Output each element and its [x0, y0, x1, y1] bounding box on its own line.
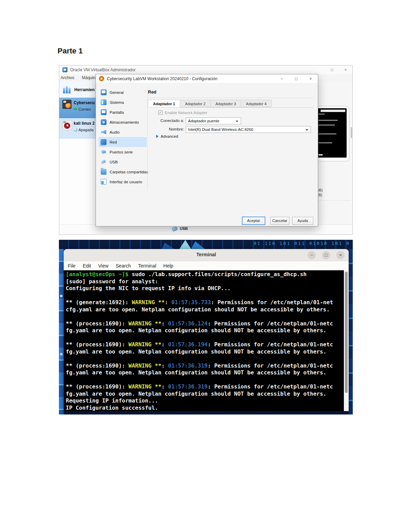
category-label: Carpetas compartidas: [110, 170, 148, 174]
advanced-label: Advanced: [161, 134, 178, 138]
vm-status: Apagada: [74, 128, 94, 132]
usb-icon: [172, 226, 178, 232]
terminal-line: ** (process:1690): WARNING **: 01:57:36.…: [66, 362, 344, 370]
terminal-line: Configuring the NIC to request IP info v…: [66, 285, 344, 292]
terminal-line: fg.yaml are too open. Netplan configurat…: [66, 327, 344, 334]
gear-icon: [99, 76, 104, 81]
user-interface-icon: [101, 179, 107, 185]
adapter-name-select[interactable]: Intel(R) Dual Band Wireless-AC 8260: [186, 126, 311, 133]
attached-to-select[interactable]: Adaptador puente: [186, 117, 241, 124]
virtualbox-window-title: Oracle VM VirtualBox Administrador: [70, 67, 136, 72]
settings-category-puertos-serie[interactable]: Puertos serie: [99, 147, 147, 157]
category-label: Puertos serie: [110, 150, 133, 154]
settings-category-red[interactable]: Red: [99, 137, 147, 147]
terminal-line: [analyst@secOps ~]$ sudo ./lab.support.f…: [66, 271, 344, 278]
category-label: Sistema: [110, 100, 124, 104]
adapter-name-label: Nombre:: [148, 127, 184, 131]
kali-vm-icon: [62, 120, 72, 130]
terminal-text-segment: fg.yaml are too open. Netplan configurat…: [66, 327, 326, 334]
terminal-text-segment: :: [161, 341, 168, 348]
terminal-text-segment: sudo ./lab.support.files/scripts/configu…: [128, 271, 307, 277]
terminal-text-segment: fg.yaml are too open. Netplan configurat…: [66, 391, 326, 397]
terminal-menu-search[interactable]: Search: [116, 261, 131, 270]
close-icon[interactable]: ×: [339, 65, 352, 74]
terminal-text-segment: ** (process:1690):: [66, 383, 128, 390]
maximize-icon[interactable]: □: [289, 74, 303, 83]
close-icon[interactable]: ×: [336, 251, 345, 259]
terminal-output: [analyst@secOps ~]$ sudo ./lab.support.f…: [64, 270, 344, 411]
settings-category-pantalla[interactable]: Pantalla: [99, 107, 147, 117]
usb-section-label: USB: [180, 226, 188, 231]
details-scrollbar[interactable]: [351, 127, 352, 138]
terminal-window: Terminal − □ × FileEditViewSearchTermina…: [64, 249, 349, 411]
terminal-line: [66, 313, 344, 320]
virtualbox-logo-icon: [62, 67, 67, 72]
attached-to-label: Conectado a:: [148, 119, 184, 123]
terminal-text-segment: ** (generate:1692):: [66, 299, 132, 306]
terminal-line: ** (process:1690): WARNING **: 01:57:36.…: [66, 341, 344, 348]
general-icon: [101, 89, 107, 95]
terminal-menu-edit[interactable]: Edit: [83, 261, 91, 270]
minimize-icon[interactable]: −: [275, 74, 289, 83]
storage-icon: [101, 119, 107, 125]
tab-adaptador-2[interactable]: Adaptador 2: [180, 100, 211, 107]
terminal-menu-file[interactable]: File: [68, 261, 76, 270]
category-label: Interfaz de usuario: [110, 180, 142, 184]
wallpaper-dot: [60, 353, 63, 356]
terminal-text-segment: Requesting IP information...: [66, 397, 158, 404]
maximize-icon[interactable]: □: [325, 65, 339, 74]
scrollbar-thumb[interactable]: [345, 272, 348, 393]
terminal-text-segment: 01:57:36.124: [168, 320, 208, 327]
terminal-text-segment: :: [165, 299, 171, 306]
virtualbox-titlebar[interactable]: Oracle VM VirtualBox Administrador □ ×: [59, 65, 352, 75]
terminal-text-segment: ** (process:1690):: [66, 320, 128, 327]
terminal-text-segment: WARNING **: [128, 362, 161, 369]
terminal-menu-help[interactable]: Help: [163, 261, 173, 270]
settings-dialog-titlebar[interactable]: Cybersecurity LabVM Workstation 20240210…: [96, 74, 318, 84]
settings-category-general[interactable]: General: [99, 87, 147, 97]
category-label: Red: [110, 140, 117, 144]
terminal-menubar: FileEditViewSearchTerminalHelp: [64, 261, 349, 271]
tab-adaptador-4[interactable]: Adaptador 4: [241, 100, 272, 107]
terminal-titlebar[interactable]: Terminal − □ ×: [64, 249, 349, 262]
close-icon[interactable]: ×: [303, 74, 318, 83]
settings-dialog: Cybersecurity LabVM Workstation 20240210…: [96, 74, 318, 226]
tab-adaptador-1[interactable]: Adaptador 1: [148, 100, 180, 107]
tabline: [148, 107, 313, 108]
terminal-menu-view[interactable]: View: [98, 261, 109, 270]
category-label: Audio: [110, 130, 120, 134]
settings-category-almacenamiento[interactable]: Almacenamiento: [99, 117, 147, 127]
terminal-text-segment: Configuring the NIC to request IP info v…: [66, 285, 231, 292]
category-label: General: [110, 90, 124, 95]
cancelar-button[interactable]: Cancelar: [270, 217, 289, 225]
menubar-item-archivo[interactable]: Archivo: [59, 74, 76, 81]
category-list-divider: [147, 87, 148, 190]
settings-category-usb[interactable]: USB: [99, 157, 147, 167]
terminal-scrollbar[interactable]: [344, 270, 349, 411]
sidebar-item-tools[interactable]: Herramien: [59, 82, 96, 98]
enable-network-adapter-checkbox[interactable]: ✓: [158, 110, 163, 115]
tab-adaptador-3[interactable]: Adaptador 3: [211, 100, 241, 107]
settings-category-audio[interactable]: Audio: [99, 127, 147, 137]
settings-category-carpetas-compartidas[interactable]: Carpetas compartidas: [99, 167, 147, 177]
display-icon: [101, 109, 107, 115]
system-icon: [101, 99, 107, 105]
virtualbox-window: Oracle VM VirtualBox Administrador □ × A…: [59, 65, 353, 235]
minimize-icon[interactable]: −: [308, 251, 316, 259]
vm-list-item-cybersecurity[interactable]: Cybersecu Corrien: [59, 98, 96, 118]
chevron-down-icon: [306, 129, 308, 131]
maximize-icon[interactable]: □: [322, 251, 330, 259]
advanced-expander[interactable]: Advanced: [156, 134, 178, 138]
ayuda-button[interactable]: Ayuda: [292, 217, 313, 225]
vm-list-item-kali[interactable]: kali linux 2 Apagada: [59, 118, 96, 139]
settings-category-sistema[interactable]: Sistema: [99, 97, 147, 107]
settings-category-interfaz-de-usuario[interactable]: Interfaz de usuario: [99, 177, 147, 187]
vm-name: kali linux 2: [74, 121, 95, 126]
terminal-menu-terminal[interactable]: Terminal: [138, 261, 156, 270]
terminal-line: [66, 334, 344, 342]
settings-dialog-title: Cybersecurity LabVM Workstation 20240210…: [107, 76, 217, 81]
terminal-text-segment: WARNING **: [128, 341, 161, 348]
page-title: Parte 1: [58, 47, 83, 55]
aceptar-button[interactable]: Aceptar: [242, 217, 265, 225]
vm-preview-thumbnail: [314, 106, 349, 161]
